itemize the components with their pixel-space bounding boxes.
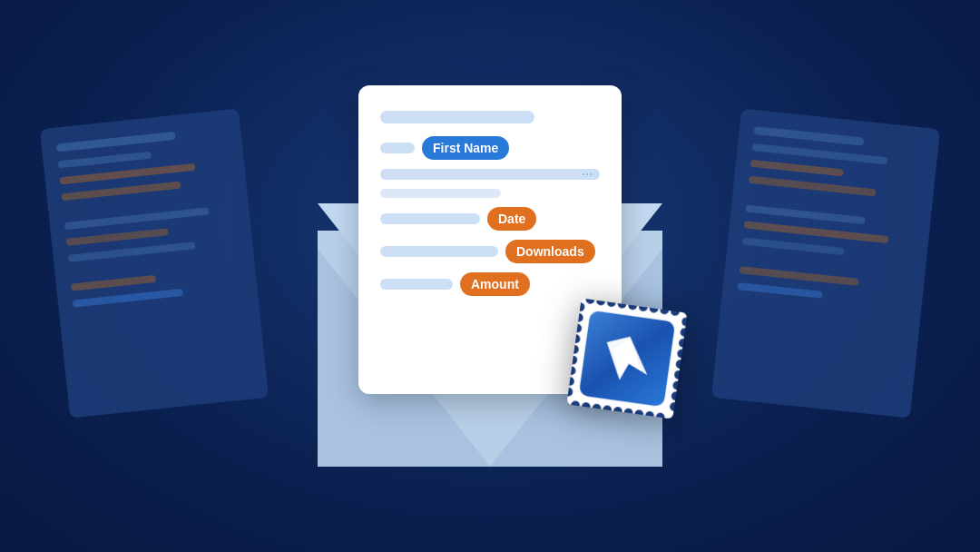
doc-row-amount: Amount [380, 272, 600, 296]
scene: First Name ⋯ Date Downloads Amount [0, 0, 980, 552]
field-bar-downloads [380, 246, 498, 257]
field-bar-date [380, 213, 480, 224]
bg-doc-right [711, 108, 940, 418]
doc-row-date: Date [380, 207, 600, 231]
doc-spacer-bar [380, 189, 501, 198]
tag-downloads: Downloads [505, 240, 595, 263]
bg-doc-left [40, 108, 269, 418]
field-bar-small [380, 143, 415, 153]
tag-amount: Amount [460, 272, 530, 296]
stamp-svg [566, 298, 687, 419]
doc-row-firstname: First Name [380, 136, 600, 160]
doc-top-bar [380, 111, 534, 123]
tag-date: Date [487, 207, 536, 231]
doc-row-downloads: Downloads [380, 240, 600, 263]
doc-full-bar: ⋯ [380, 169, 600, 180]
stamp [566, 298, 687, 419]
tag-firstname: First Name [422, 136, 509, 160]
field-bar-amount [380, 279, 453, 290]
envelope-wrapper: First Name ⋯ Date Downloads Amount [318, 85, 662, 467]
